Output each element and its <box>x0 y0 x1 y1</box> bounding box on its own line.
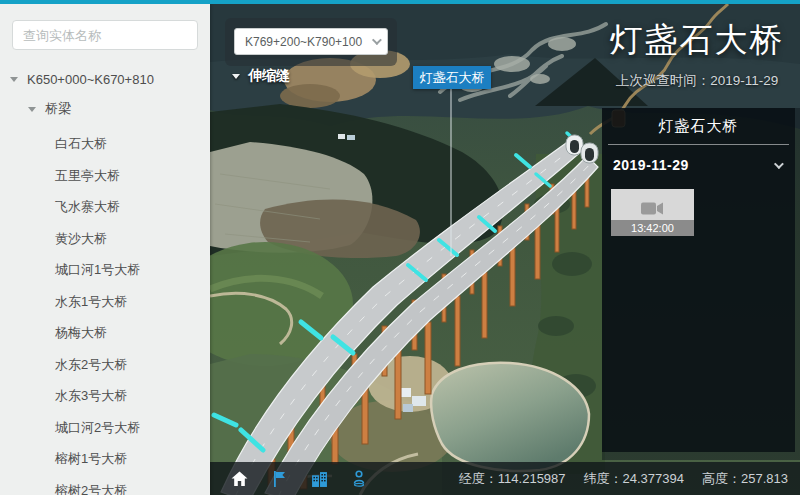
caret-down-icon <box>232 74 240 79</box>
sidebar-item-bridge[interactable]: 榕树2号大桥 <box>0 475 210 495</box>
coordinates-readout: 经度：114.215987 纬度：24.377394 高度：257.813 <box>459 470 788 488</box>
panel-separator <box>608 144 789 145</box>
chevron-down-icon <box>774 159 784 169</box>
section-label: K650+000~K670+810 <box>27 72 154 87</box>
home-button[interactable] <box>226 466 252 492</box>
last-inspection-time: 上次巡查时间：2019-11-29 <box>598 72 796 90</box>
panel-title: 灯盏石大桥 <box>602 117 795 136</box>
sidebar-item-bridge[interactable]: 黄沙大桥 <box>0 223 210 255</box>
video-camera-icon <box>641 201 665 216</box>
inspection-date: 2019-11-29 <box>613 157 774 173</box>
sidebar-item-bridge[interactable]: 杨梅大桥 <box>0 317 210 349</box>
sidebar-item-bridge[interactable]: 白石大桥 <box>0 128 210 160</box>
sidebar-item-bridge[interactable]: 榕树1号大桥 <box>0 443 210 475</box>
video-timestamp: 13:42:00 <box>611 220 694 236</box>
sidebar-item-bridge[interactable]: 水东2号大桥 <box>0 349 210 381</box>
tree-node-section[interactable]: K650+000~K670+810 <box>0 64 210 94</box>
inspection-date-row[interactable]: 2019-11-29 <box>613 157 781 173</box>
sidebar-item-bridge[interactable]: 城口河2号大桥 <box>0 412 210 444</box>
inspection-panel: 灯盏石大桥 2019-11-29 13:42:00 <box>602 108 795 452</box>
status-bar: 经度：114.215987 纬度：24.377394 高度：257.813 <box>210 462 800 495</box>
expansion-joint-label: 伸缩缝 <box>248 67 290 85</box>
sidebar-item-bridge[interactable]: 五里亭大桥 <box>0 160 210 192</box>
last-inspection-date: 2019-11-29 <box>710 73 778 88</box>
map-bridge-label[interactable]: 灯盏石大桥 <box>413 66 491 89</box>
tree-node-expansion-joint[interactable]: 伸缩缝 <box>232 67 290 85</box>
bridges-group-label: 桥梁 <box>45 100 71 118</box>
sidebar-item-bridge[interactable]: 水东3号大桥 <box>0 380 210 412</box>
tree-node-bridges[interactable]: 桥梁 <box>0 94 210 124</box>
altitude: 高度：257.813 <box>702 470 788 488</box>
longitude: 经度：114.215987 <box>459 470 566 488</box>
search-input[interactable] <box>12 20 198 50</box>
pegman-icon <box>351 470 367 487</box>
caret-down-icon <box>10 77 18 82</box>
bridge-inspection-app: K769+200~K790+100 伸缩缝 灯盏石大桥 灯盏石大桥 上次巡查时间… <box>0 0 800 495</box>
layer-filter-panel: K769+200~K790+100 <box>225 18 397 66</box>
pegman-button[interactable] <box>346 466 372 492</box>
last-inspection-label: 上次巡查时间： <box>616 73 711 88</box>
flag-button[interactable] <box>266 466 292 492</box>
entity-tree: K650+000~K670+810 桥梁 白石大桥 五里亭大桥 飞水寨大桥 黄沙… <box>0 64 210 495</box>
caret-down-icon <box>28 107 36 112</box>
sidebar-item-bridge[interactable]: 城口河1号大桥 <box>0 254 210 286</box>
chevron-down-icon <box>372 35 382 45</box>
sidebar: K650+000~K670+810 桥梁 白石大桥 五里亭大桥 飞水寨大桥 黄沙… <box>0 4 210 495</box>
building-icon <box>311 471 328 487</box>
section-range-value: K769+200~K790+100 <box>245 35 372 49</box>
sidebar-item-bridge[interactable]: 水东1号大桥 <box>0 286 210 318</box>
top-accent-bar <box>0 0 800 4</box>
section-range-select[interactable]: K769+200~K790+100 <box>234 28 388 55</box>
sidebar-item-bridge[interactable]: 飞水寨大桥 <box>0 191 210 223</box>
building-button[interactable] <box>306 466 332 492</box>
bridge-header: 灯盏石大桥 上次巡查时间：2019-11-29 <box>598 18 796 90</box>
flag-icon <box>272 471 287 487</box>
latitude: 纬度：24.377394 <box>584 470 684 488</box>
page-title: 灯盏石大桥 <box>598 18 796 63</box>
video-thumbnail[interactable]: 13:42:00 <box>611 189 694 236</box>
home-icon <box>231 471 248 487</box>
